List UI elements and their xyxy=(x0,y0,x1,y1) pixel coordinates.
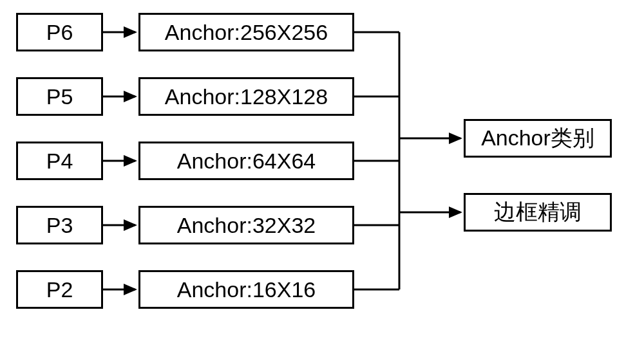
output-bbox-refine: 边框精调 xyxy=(464,193,612,232)
anchor-label: Anchor:128X128 xyxy=(165,84,328,109)
anchor-label: Anchor:32X32 xyxy=(177,213,316,238)
anchor-label: Anchor:64X64 xyxy=(177,149,316,174)
level-box-p4: P4 xyxy=(16,142,103,180)
anchor-box-256: Anchor:256X256 xyxy=(138,13,354,51)
anchor-label: Anchor:16X16 xyxy=(177,277,316,302)
level-box-p5: P5 xyxy=(16,77,103,116)
anchor-box-64: Anchor:64X64 xyxy=(138,142,354,180)
anchor-box-32: Anchor:32X32 xyxy=(138,206,354,244)
level-box-p3: P3 xyxy=(16,206,103,244)
output-anchor-class: Anchor类别 xyxy=(464,119,612,158)
level-label: P4 xyxy=(46,149,73,174)
anchor-box-16: Anchor:16X16 xyxy=(138,270,354,309)
level-label: P2 xyxy=(46,277,73,302)
anchor-box-128: Anchor:128X128 xyxy=(138,77,354,116)
level-label: P6 xyxy=(46,20,73,45)
anchor-label: Anchor:256X256 xyxy=(165,20,328,45)
output-label: 边框精调 xyxy=(494,197,582,227)
level-box-p6: P6 xyxy=(16,13,103,51)
output-label: Anchor类别 xyxy=(481,124,594,153)
level-box-p2: P2 xyxy=(16,270,103,309)
level-label: P3 xyxy=(46,213,73,238)
level-label: P5 xyxy=(46,84,73,109)
